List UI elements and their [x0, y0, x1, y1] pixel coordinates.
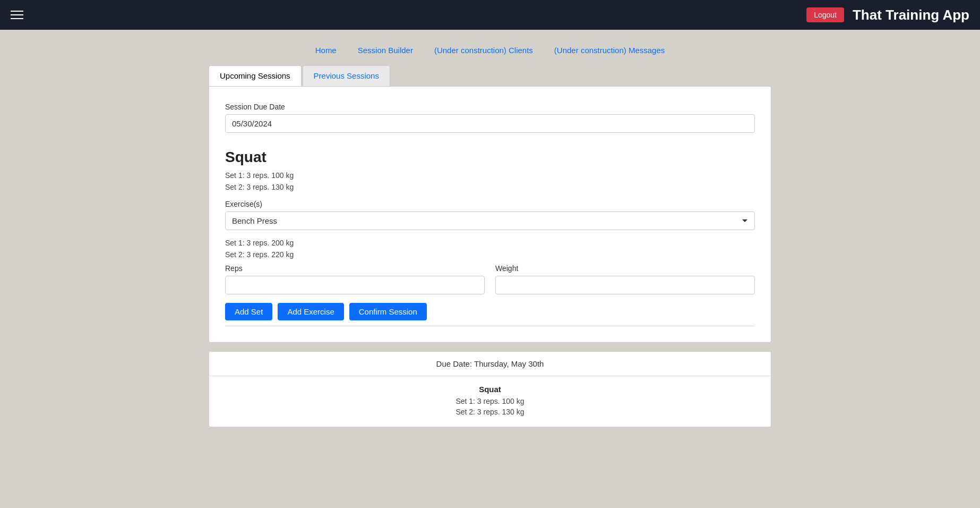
buttons-row: Add Set Add Exercise Confirm Session — [225, 303, 755, 320]
exercises-label: Exercise(s) — [225, 200, 755, 208]
tabs: Upcoming Sessions Previous Sessions — [209, 65, 771, 86]
hamburger-menu[interactable] — [11, 11, 23, 19]
exercise-select[interactable]: Bench Press Squat Deadlift Overhead Pres… — [225, 211, 755, 230]
exercise2-set1: Set 1: 3 reps. 200 kg — [225, 239, 755, 247]
app-title: That Training App — [853, 7, 969, 23]
weight-label: Weight — [495, 264, 755, 273]
weight-group: Weight — [495, 264, 755, 294]
navbar-left — [11, 11, 23, 19]
weight-input[interactable] — [495, 276, 755, 294]
navbar-right: Logout That Training App — [806, 7, 969, 23]
session-due-date-input[interactable] — [225, 114, 755, 133]
main-content: Home Session Builder (Under construction… — [198, 30, 782, 443]
summary-body: Squat Set 1: 3 reps. 100 kg Set 2: 3 rep… — [209, 376, 771, 427]
session-due-date-label: Session Due Date — [225, 103, 755, 111]
summary-set1: Set 1: 3 reps. 100 kg — [220, 397, 760, 405]
reps-group: Reps — [225, 264, 485, 294]
navbar: Logout That Training App — [0, 0, 980, 30]
confirm-session-button[interactable]: Confirm Session — [349, 303, 427, 320]
add-exercise-button[interactable]: Add Exercise — [278, 303, 343, 320]
logout-button[interactable]: Logout — [806, 7, 844, 22]
nav-link-session-builder[interactable]: Session Builder — [358, 46, 413, 55]
summary-set2: Set 2: 3 reps. 130 kg — [220, 408, 760, 416]
add-set-button[interactable]: Add Set — [225, 303, 272, 320]
exercise1-set2: Set 2: 3 reps. 130 kg — [225, 183, 755, 191]
nav-link-home[interactable]: Home — [315, 46, 337, 55]
exercise1-set1: Set 1: 3 reps. 100 kg — [225, 171, 755, 180]
summary-header: Due Date: Thursday, May 30th — [209, 352, 771, 376]
reps-label: Reps — [225, 264, 485, 273]
nav-links: Home Session Builder (Under construction… — [209, 46, 771, 55]
exercise1-title: Squat — [225, 149, 755, 166]
reps-input[interactable] — [225, 276, 485, 294]
nav-link-clients[interactable]: (Under construction) Clients — [434, 46, 533, 55]
reps-weight-row: Reps Weight — [225, 264, 755, 294]
session-panel: Session Due Date Squat Set 1: 3 reps. 10… — [209, 86, 771, 343]
divider — [225, 326, 755, 326]
nav-link-messages[interactable]: (Under construction) Messages — [554, 46, 665, 55]
summary-exercise-name: Squat — [220, 385, 760, 394]
tab-previous-sessions[interactable]: Previous Sessions — [303, 65, 390, 86]
summary-card: Due Date: Thursday, May 30th Squat Set 1… — [209, 351, 771, 427]
tab-upcoming-sessions[interactable]: Upcoming Sessions — [209, 65, 302, 86]
exercise2-set2: Set 2: 3 reps. 220 kg — [225, 250, 755, 259]
